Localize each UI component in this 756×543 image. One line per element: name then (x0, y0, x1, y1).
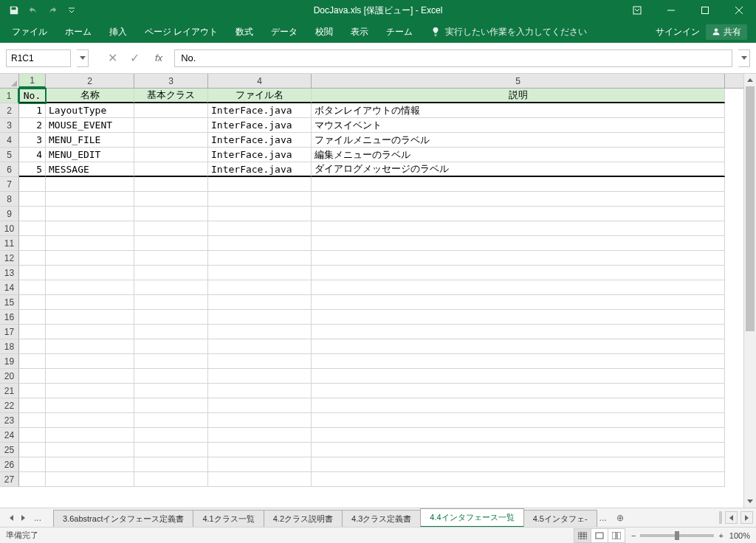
cell[interactable]: MOUSE_EVENT (46, 118, 134, 133)
tab-nav-more[interactable]: ... (34, 513, 41, 523)
cell[interactable] (19, 192, 46, 207)
name-box[interactable]: R1C1 (6, 49, 71, 67)
scroll-down-button[interactable] (744, 495, 756, 508)
cell[interactable] (46, 384, 134, 398)
sheet-tab[interactable]: 4.4インタフェース一覧 (420, 508, 523, 528)
cell[interactable]: InterFace.java (208, 162, 312, 177)
ribbon-tab-1[interactable]: ホーム (56, 21, 100, 43)
cell[interactable] (208, 251, 312, 266)
cell[interactable]: マウスイベント (312, 118, 725, 133)
cell[interactable] (208, 325, 312, 339)
cell[interactable] (134, 236, 208, 251)
cell[interactable] (46, 177, 134, 192)
cell[interactable] (312, 310, 725, 325)
cell[interactable] (312, 251, 725, 266)
cell[interactable] (134, 177, 208, 192)
cell[interactable] (208, 413, 312, 428)
cell[interactable] (46, 251, 134, 266)
row-header[interactable]: 10 (0, 221, 19, 236)
cell[interactable] (208, 177, 312, 192)
row-header[interactable]: 12 (0, 251, 19, 266)
cell[interactable] (208, 369, 312, 384)
add-sheet-button[interactable]: ⊕ (611, 509, 629, 527)
zoom-level[interactable]: 100% (729, 531, 750, 540)
cell[interactable] (208, 443, 312, 457)
cell[interactable] (208, 339, 312, 354)
row-header[interactable]: 4 (0, 133, 19, 148)
cell[interactable] (19, 251, 46, 266)
cell[interactable] (134, 369, 208, 384)
cell[interactable] (134, 103, 208, 118)
cell[interactable] (46, 428, 134, 443)
cell[interactable] (134, 162, 208, 177)
cell[interactable] (312, 384, 725, 398)
cell[interactable]: 名称 (46, 89, 134, 103)
cell[interactable] (46, 443, 134, 457)
cell[interactable]: 4 (19, 148, 46, 162)
cell[interactable] (134, 192, 208, 207)
column-header[interactable]: 4 (208, 74, 312, 88)
cell[interactable] (312, 236, 725, 251)
cell[interactable] (19, 236, 46, 251)
column-header[interactable]: 3 (134, 74, 208, 88)
cell[interactable] (208, 472, 312, 487)
cell[interactable] (134, 428, 208, 443)
qat-customize-button[interactable] (63, 2, 80, 18)
cell[interactable] (134, 384, 208, 398)
fx-icon[interactable]: fx (155, 52, 162, 63)
ribbon-tab-0[interactable]: ファイル (3, 21, 56, 43)
cell[interactable] (46, 339, 134, 354)
row-header[interactable]: 2 (0, 103, 19, 118)
row-header[interactable]: 5 (0, 148, 19, 162)
cell[interactable] (46, 398, 134, 413)
cell[interactable]: InterFace.java (208, 103, 312, 118)
cell[interactable]: ダイアログメッセージのラベル (312, 162, 725, 177)
cell[interactable]: 1 (19, 103, 46, 118)
zoom-in-button[interactable]: + (718, 531, 723, 540)
cell[interactable] (208, 310, 312, 325)
row-header[interactable]: 27 (0, 472, 19, 487)
cell[interactable] (208, 266, 312, 280)
cell[interactable] (312, 428, 725, 443)
cell[interactable] (19, 295, 46, 310)
cell[interactable] (134, 413, 208, 428)
cell[interactable] (312, 266, 725, 280)
cell[interactable]: ファイル名 (208, 89, 312, 103)
cell[interactable]: 5 (19, 162, 46, 177)
cell[interactable] (19, 177, 46, 192)
sheet-tab[interactable]: 3.6abstractインタフェース定義書 (53, 510, 193, 528)
ribbon-tab-5[interactable]: データ (262, 21, 306, 43)
cell[interactable] (134, 457, 208, 472)
cell[interactable]: MESSAGE (46, 162, 134, 177)
cell[interactable] (46, 192, 134, 207)
ribbon-tab-7[interactable]: 表示 (342, 21, 377, 43)
cell[interactable] (134, 443, 208, 457)
cell[interactable] (312, 354, 725, 369)
row-header[interactable]: 14 (0, 280, 19, 295)
share-button[interactable]: 共有 (706, 24, 747, 40)
row-header[interactable]: 23 (0, 413, 19, 428)
cell[interactable] (46, 236, 134, 251)
cell[interactable] (208, 192, 312, 207)
cell[interactable]: MENU_FILE (46, 133, 134, 148)
cell[interactable]: 3 (19, 133, 46, 148)
cell[interactable]: 2 (19, 118, 46, 133)
ribbon-tab-8[interactable]: チーム (377, 21, 422, 43)
tab-nav-next[interactable] (18, 513, 28, 523)
cell[interactable] (312, 472, 725, 487)
cell[interactable] (208, 457, 312, 472)
cell[interactable] (19, 398, 46, 413)
cell[interactable] (134, 118, 208, 133)
signin-link[interactable]: サインイン (656, 26, 700, 38)
cell[interactable] (19, 207, 46, 221)
zoom-out-button[interactable]: − (631, 531, 636, 540)
row-header[interactable]: 24 (0, 428, 19, 443)
view-page-layout-button[interactable] (591, 528, 608, 543)
cell[interactable] (208, 428, 312, 443)
cell[interactable] (208, 398, 312, 413)
row-header[interactable]: 15 (0, 295, 19, 310)
row-header[interactable]: 1 (0, 89, 19, 103)
row-header[interactable]: 7 (0, 177, 19, 192)
row-header[interactable]: 19 (0, 354, 19, 369)
cell[interactable] (312, 192, 725, 207)
